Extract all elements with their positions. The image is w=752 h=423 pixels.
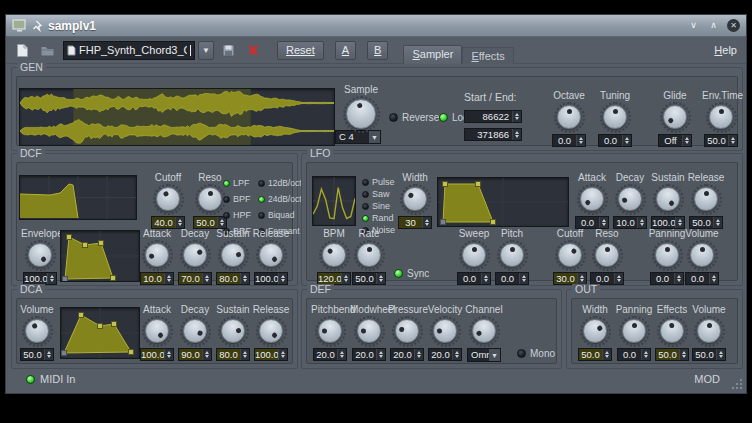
dca-attack-knob-dial[interactable] xyxy=(138,316,176,346)
loop-end-spinbox[interactable]: 371866 xyxy=(464,128,522,141)
preset-dropdown-button[interactable]: ▼ xyxy=(198,41,214,60)
dcf-sustain-knob-dial[interactable] xyxy=(214,240,252,270)
titlebar[interactable]: samplv1 ∨ ∧ ✕ xyxy=(6,15,746,37)
dcf-sustain-knob[interactable]: Sustain80.0 xyxy=(214,228,252,285)
dcf-cutoff-knob[interactable]: Cutoff40.0 xyxy=(149,172,187,229)
lfo-panning-knob[interactable]: Panning0.0 xyxy=(648,228,686,285)
pulse-radio[interactable]: Pulse xyxy=(362,177,395,187)
dca-release-knob-dial[interactable] xyxy=(252,316,290,346)
glide-knob-spin-buttons[interactable] xyxy=(682,135,691,146)
dca-volume-knob-spin-buttons[interactable] xyxy=(44,349,53,360)
dcf-cutoff-knob-spin-buttons[interactable] xyxy=(175,217,184,228)
dca-attack-knob-spin-buttons[interactable] xyxy=(164,349,173,360)
help-button[interactable]: Help xyxy=(714,44,741,56)
dca-volume-knob-dial[interactable] xyxy=(18,316,56,346)
out-volume-knob-dial[interactable] xyxy=(690,316,728,346)
maximize-button[interactable]: ∧ xyxy=(707,19,720,32)
dcf-release-knob-dial[interactable] xyxy=(252,240,290,270)
dcf-filter-display[interactable] xyxy=(19,175,137,220)
dcf-release-knob[interactable]: Release100.0 xyxy=(252,228,290,285)
mono-toggle[interactable]: Mono xyxy=(517,348,555,359)
lfo-rate-knob-spinbox[interactable]: 50.0 xyxy=(352,272,386,285)
lfo-sweep-knob[interactable]: Sweep0.0 xyxy=(455,228,493,285)
dcf-sustain-knob-spin-buttons[interactable] xyxy=(240,273,249,284)
lpf-radio[interactable]: LPF xyxy=(223,178,251,188)
lfo-attack-knob-dial[interactable] xyxy=(573,184,611,214)
sample-knob[interactable]: Sample xyxy=(342,84,380,132)
lfo-volume-knob-spin-buttons[interactable] xyxy=(709,273,718,284)
lfo-wave-display[interactable] xyxy=(312,176,356,226)
pitchbend-knob-spin-buttons[interactable] xyxy=(337,349,346,360)
new-preset-button[interactable] xyxy=(11,40,33,60)
velocity-knob-dial[interactable] xyxy=(426,316,464,346)
dcf-attack-knob[interactable]: Attack10.0 xyxy=(138,228,176,285)
dcf-release-knob-spinbox[interactable]: 100.0 xyxy=(254,272,288,285)
dcf-sustain-knob-spinbox[interactable]: 80.0 xyxy=(216,272,250,285)
lfo-panning-knob-dial[interactable] xyxy=(648,240,686,270)
out-panning-knob-spinbox[interactable]: 0.0 xyxy=(617,348,651,361)
lfo-decay-knob[interactable]: Decay10.0 xyxy=(611,172,649,229)
dca-sustain-knob-spinbox[interactable]: 80.0 xyxy=(216,348,250,361)
lfo-sustain-knob-dial[interactable] xyxy=(649,184,687,214)
dca-release-knob[interactable]: Release100.0 xyxy=(252,304,290,361)
resize-grip[interactable] xyxy=(732,379,734,381)
lfo-width-knob[interactable]: Width30 xyxy=(396,172,434,229)
out-panning-knob-dial[interactable] xyxy=(615,316,653,346)
biquad-radio[interactable]: Biquad xyxy=(258,210,302,220)
glide-knob-dial[interactable] xyxy=(656,102,694,132)
velocity-knob-spin-buttons[interactable] xyxy=(452,349,461,360)
lfo-rate-knob-dial[interactable] xyxy=(350,240,388,270)
lfo-release-knob[interactable]: Release50.0 xyxy=(687,172,725,229)
glide-knob[interactable]: GlideOff xyxy=(656,90,694,147)
out-volume-knob-spin-buttons[interactable] xyxy=(716,349,725,360)
out-effects-knob-spinbox[interactable]: 50.0 xyxy=(655,348,689,361)
dcf-attack-knob-spinbox[interactable]: 10.0 xyxy=(140,272,174,285)
velocity-knob[interactable]: Velocity20.0 xyxy=(426,304,464,361)
lfo-rate-knob-spin-buttons[interactable] xyxy=(376,273,385,284)
dcf-decay-knob-dial[interactable] xyxy=(176,240,214,270)
tuning-knob-dial[interactable] xyxy=(596,102,634,132)
dcf-decay-knob[interactable]: Decay70.0 xyxy=(176,228,214,285)
lfo-pitch-knob[interactable]: Pitch0.0 xyxy=(493,228,531,285)
lfo-reso-knob[interactable]: Reso0.0 xyxy=(588,228,626,285)
close-button[interactable]: ✕ xyxy=(727,19,740,32)
tuning-knob-spin-buttons[interactable] xyxy=(622,135,631,146)
envtime-knob-spin-buttons[interactable] xyxy=(728,135,737,146)
octave-knob[interactable]: Octave0.0 xyxy=(550,90,588,147)
channel-knob-select[interactable]: Omni▼ xyxy=(467,348,501,362)
lfo-sustain-knob-spin-buttons[interactable] xyxy=(675,217,684,228)
dcf-attack-knob-dial[interactable] xyxy=(138,240,176,270)
lfo-bpm-knob[interactable]: BPM120.0 xyxy=(315,228,353,285)
lfo-pitch-knob-spinbox[interactable]: 0.0 xyxy=(495,272,529,285)
b-button[interactable]: B xyxy=(367,41,388,60)
dca-decay-knob-spin-buttons[interactable] xyxy=(202,349,211,360)
lfo-rate-knob[interactable]: Rate50.0 xyxy=(350,228,388,285)
out-panning-knob[interactable]: Panning0.0 xyxy=(615,304,653,361)
out-effects-knob-dial[interactable] xyxy=(653,316,691,346)
lfo-sweep-knob-spinbox[interactable]: 0.0 xyxy=(457,272,491,285)
modwheel-knob-spin-buttons[interactable] xyxy=(376,349,385,360)
pressure-knob-spinbox[interactable]: 20.0 xyxy=(390,348,424,361)
slope24-radio[interactable]: 24dB/oct xyxy=(258,194,302,204)
pitchbend-knob[interactable]: Pitchbend20.0 xyxy=(311,304,349,361)
tab-sampler[interactable]: Sampler xyxy=(403,45,462,64)
dca-volume-knob[interactable]: Volume50.0 xyxy=(18,304,56,361)
lfo-cutoff-knob[interactable]: Cutoff30.0 xyxy=(551,228,589,285)
modwheel-knob-dial[interactable] xyxy=(350,316,388,346)
reset-button[interactable]: Reset xyxy=(277,41,324,60)
pressure-knob[interactable]: Pressure20.0 xyxy=(388,304,426,361)
delete-preset-button[interactable] xyxy=(242,40,264,60)
lfo-envelope-display[interactable] xyxy=(437,177,569,227)
dcf-attack-knob-spin-buttons[interactable] xyxy=(164,273,173,284)
lfo-release-knob-dial[interactable] xyxy=(687,184,725,214)
dca-attack-knob-spinbox[interactable]: 100.0 xyxy=(140,348,174,361)
dca-decay-knob[interactable]: Decay90.0 xyxy=(176,304,214,361)
dca-volume-knob-spinbox[interactable]: 50.0 xyxy=(20,348,54,361)
lfo-width-knob-dial[interactable] xyxy=(396,184,434,214)
sine-radio[interactable]: Sine xyxy=(362,201,395,211)
sync-toggle[interactable]: Sync xyxy=(394,268,429,279)
lfo-decay-knob-dial[interactable] xyxy=(611,184,649,214)
envtime-knob-spinbox[interactable]: 50.0 xyxy=(704,134,738,147)
dcf-envelope-knob[interactable]: Envelope100.0 xyxy=(21,228,59,285)
lfo-decay-knob-spin-buttons[interactable] xyxy=(637,217,646,228)
